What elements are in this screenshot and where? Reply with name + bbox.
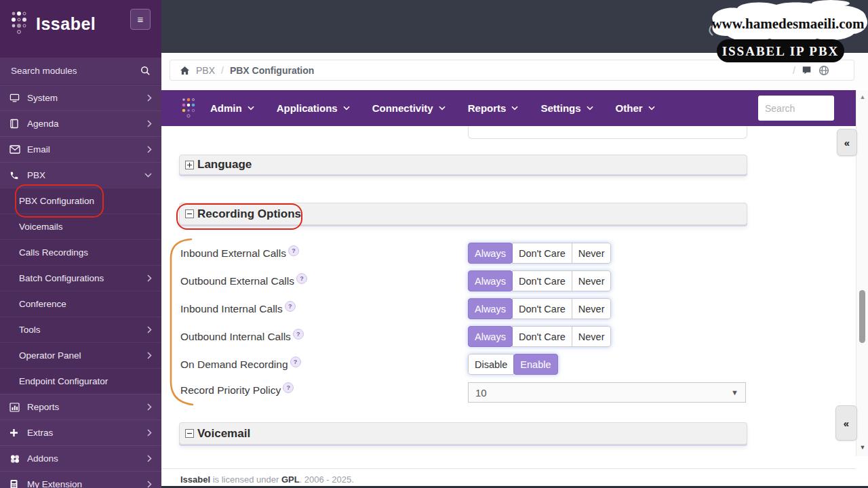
sidebar-item-label: PBX bbox=[27, 170, 45, 180]
sidebar-item-extras[interactable]: Extras bbox=[0, 420, 161, 445]
nav-menu-connectivity[interactable]: Connectivity bbox=[372, 102, 446, 114]
option-always[interactable]: Always bbox=[468, 326, 513, 347]
pbx-submenu: PBX Configuration Voicemails Calls Recor… bbox=[0, 188, 161, 394]
phone-icon bbox=[9, 171, 27, 180]
section-recording-options[interactable]: Recording Options bbox=[179, 203, 747, 225]
tri-state-group: AlwaysDon't CareNever bbox=[468, 326, 611, 347]
sidebar-item-pbx[interactable]: PBX bbox=[0, 162, 161, 188]
collapse-icon[interactable] bbox=[185, 429, 194, 438]
search-input[interactable] bbox=[758, 96, 834, 121]
option-disable[interactable]: Disable bbox=[468, 354, 514, 375]
option-enable[interactable]: Enable bbox=[513, 354, 557, 375]
help-icon[interactable]: ? bbox=[288, 245, 299, 256]
sidebar-item-label: Batch Configurations bbox=[19, 273, 104, 283]
book-icon bbox=[9, 119, 27, 129]
search-modules-label: Search modules bbox=[11, 66, 77, 76]
option-never[interactable]: Never bbox=[572, 270, 612, 291]
help-icon[interactable]: ? bbox=[285, 301, 296, 312]
logo-text: Issabel bbox=[36, 14, 96, 34]
section-language[interactable]: Language bbox=[179, 155, 747, 175]
search-modules[interactable]: Search modules bbox=[0, 58, 161, 85]
option-dont-care[interactable]: Don't Care bbox=[512, 243, 572, 264]
scroll-down-icon[interactable]: ▼ bbox=[856, 444, 868, 451]
sidebar-item-label: Reports bbox=[27, 402, 59, 412]
sidebar-item-label: Addons bbox=[27, 453, 58, 464]
sidebar-item-reports[interactable]: Reports bbox=[0, 394, 161, 420]
help-icon[interactable]: ? bbox=[290, 357, 301, 367]
field-row-outbound-internal: Outbound Internal Calls? AlwaysDon't Car… bbox=[161, 326, 846, 347]
sidebar-item-my-extension[interactable]: My Extension bbox=[0, 471, 161, 488]
select-value: 10 bbox=[475, 387, 487, 399]
collapse-panel-button-bottom[interactable]: « bbox=[835, 405, 857, 441]
help-icon[interactable]: ? bbox=[283, 382, 294, 393]
nav-menu-label: Applications bbox=[277, 102, 338, 114]
option-dont-care[interactable]: Don't Care bbox=[512, 298, 572, 319]
sidebar-item-label: System bbox=[27, 93, 58, 103]
sidebar-item-addons[interactable]: Addons bbox=[0, 445, 161, 471]
nav-menu-applications[interactable]: Applications bbox=[277, 102, 350, 114]
sidebar-item-email[interactable]: Email bbox=[0, 136, 161, 162]
menu-toggle-button[interactable]: ≡ bbox=[130, 9, 151, 30]
option-never[interactable]: Never bbox=[572, 326, 612, 347]
scrollbar-thumb[interactable] bbox=[859, 290, 865, 343]
field-label: Outbound External Calls bbox=[180, 275, 294, 287]
scroll-up-icon[interactable]: ▲ bbox=[856, 94, 868, 100]
sidebar-item-tools[interactable]: Tools bbox=[0, 317, 161, 342]
sidebar-item-pbx-configuration[interactable]: PBX Configuration bbox=[0, 188, 161, 214]
nav-menu-reports[interactable]: Reports bbox=[468, 102, 519, 114]
chevron-right-icon bbox=[147, 274, 152, 282]
option-always[interactable]: Always bbox=[468, 298, 513, 319]
sidebar-item-batch-configurations[interactable]: Batch Configurations bbox=[0, 265, 161, 291]
tri-state-group: AlwaysDon't CareNever bbox=[468, 270, 611, 291]
help-icon[interactable]: ? bbox=[293, 329, 304, 340]
double-chevron-left-icon: « bbox=[844, 137, 850, 148]
sidebar-item-voicemails[interactable]: Voicemails bbox=[0, 214, 161, 239]
field-row-outbound-external: Outbound External Calls? AlwaysDon't Car… bbox=[161, 270, 846, 291]
sidebar-item-endpoint-configurator[interactable]: Endpoint Configurator bbox=[0, 368, 161, 394]
record-priority-select[interactable]: 10 ▼ bbox=[468, 382, 746, 403]
chevron-down-icon bbox=[144, 173, 152, 178]
option-dont-care[interactable]: Don't Care bbox=[512, 270, 572, 291]
collapse-icon[interactable] bbox=[185, 209, 194, 218]
sidebar-item-calls-recordings[interactable]: Calls Recordings bbox=[0, 239, 161, 265]
expand-icon[interactable] bbox=[185, 161, 194, 169]
help-icon[interactable]: ? bbox=[296, 273, 307, 284]
bar-chart-icon bbox=[9, 403, 27, 412]
watermark: www.hamedesmaeili.com ISSABEL IP PBX bbox=[702, 0, 868, 66]
chevron-down-icon bbox=[248, 106, 254, 110]
chevron-down-icon bbox=[648, 106, 655, 110]
tri-state-group: AlwaysDon't CareNever bbox=[468, 298, 611, 319]
pbx-config-navbar: Admin Applications Connectivity Reports … bbox=[161, 90, 856, 126]
option-never[interactable]: Never bbox=[572, 243, 612, 264]
watermark-badge-text: ISSABEL IP PBX bbox=[722, 44, 840, 58]
footer-mid: is licensed under bbox=[210, 474, 281, 485]
nav-menu-label: Reports bbox=[468, 102, 507, 114]
nav-menu-settings[interactable]: Settings bbox=[540, 102, 593, 114]
sidebar-item-label: Extras bbox=[27, 428, 53, 438]
breadcrumb-section[interactable]: PBX bbox=[196, 65, 215, 76]
home-icon[interactable] bbox=[180, 66, 190, 75]
plus-icon bbox=[9, 428, 27, 437]
envelope-icon bbox=[9, 145, 27, 154]
option-always[interactable]: Always bbox=[468, 243, 513, 264]
footer-brand: Issabel bbox=[180, 474, 210, 485]
option-dont-care[interactable]: Don't Care bbox=[512, 326, 572, 347]
field-row-on-demand: On Demand Recording? DisableEnable bbox=[161, 354, 846, 375]
nav-menu-admin[interactable]: Admin bbox=[210, 102, 254, 114]
section-voicemail[interactable]: Voicemail bbox=[179, 422, 747, 445]
main-content: Language Recording Options Inbound Exter… bbox=[161, 126, 856, 488]
sidebar-item-system[interactable]: System bbox=[0, 85, 161, 110]
sidebar-item-conference[interactable]: Conference bbox=[0, 291, 161, 317]
sidebar-item-agenda[interactable]: Agenda bbox=[0, 110, 161, 136]
desk-phone-icon bbox=[9, 479, 27, 488]
vertical-scrollbar[interactable]: ▲ ▼ bbox=[856, 90, 868, 456]
field-row-inbound-internal: Inbound Internal Calls? AlwaysDon't Care… bbox=[161, 298, 846, 319]
chevron-right-icon bbox=[147, 94, 152, 102]
collapse-panel-button-top[interactable]: « bbox=[837, 129, 857, 156]
breadcrumb-separator: / bbox=[221, 65, 224, 76]
sidebar-item-operator-panel[interactable]: Operator Panel bbox=[0, 342, 161, 368]
chevron-down-icon bbox=[587, 106, 593, 110]
option-always[interactable]: Always bbox=[468, 270, 513, 291]
option-never[interactable]: Never bbox=[572, 298, 612, 319]
nav-menu-other[interactable]: Other bbox=[616, 102, 655, 114]
